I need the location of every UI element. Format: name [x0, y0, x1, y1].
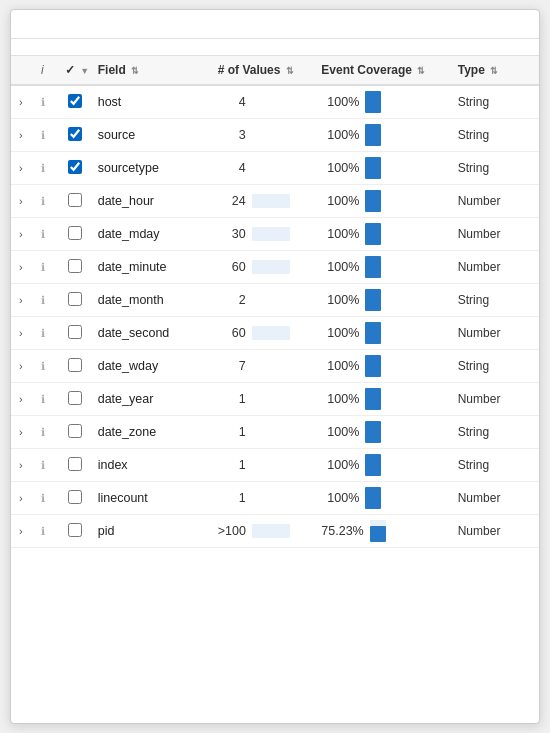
row-info: ℹ [35, 416, 59, 449]
row-checkbox[interactable] [68, 457, 82, 471]
info-icon: ℹ [41, 459, 45, 471]
expand-icon[interactable]: › [17, 426, 25, 438]
row-checkbox-cell[interactable] [59, 317, 92, 350]
field-sort-icon: ⇅ [131, 66, 139, 76]
row-checkbox[interactable] [68, 226, 82, 240]
row-coverage: 100% [315, 85, 451, 119]
expand-icon[interactable]: › [17, 525, 25, 537]
expand-icon[interactable]: › [17, 228, 25, 240]
row-checkbox[interactable] [68, 292, 82, 306]
row-info: ℹ [35, 350, 59, 383]
th-type[interactable]: Type ⇅ [452, 56, 539, 85]
row-checkbox[interactable] [68, 424, 82, 438]
row-expand-btn[interactable]: › [11, 218, 35, 251]
expand-icon[interactable]: › [17, 393, 25, 405]
row-checkbox[interactable] [68, 94, 82, 108]
row-checkbox-cell[interactable] [59, 350, 92, 383]
info-icon: ℹ [41, 129, 45, 141]
table-container[interactable]: i ✓ ▼ Field ⇅ # of Values ⇅ Event Covera… [11, 56, 539, 723]
coverage-bar [365, 190, 381, 212]
row-field-name: date_zone [92, 416, 212, 449]
table-row: ›ℹdate_minute60 100% Number [11, 251, 539, 284]
row-checkbox-cell[interactable] [59, 515, 92, 548]
row-checkbox-cell[interactable] [59, 152, 92, 185]
row-coverage: 100% [315, 350, 451, 383]
info-icon: ℹ [41, 195, 45, 207]
row-type: Number [452, 383, 539, 416]
row-values: 1 [212, 416, 316, 449]
row-coverage: 100% [315, 218, 451, 251]
expand-icon[interactable]: › [17, 492, 25, 504]
th-check[interactable]: ✓ ▼ [59, 56, 92, 85]
row-field-name: host [92, 85, 212, 119]
row-expand-btn[interactable]: › [11, 119, 35, 152]
row-values: 4 [212, 152, 316, 185]
row-type: String [452, 284, 539, 317]
row-expand-btn[interactable]: › [11, 416, 35, 449]
row-info: ℹ [35, 482, 59, 515]
row-checkbox[interactable] [68, 358, 82, 372]
row-checkbox-cell[interactable] [59, 119, 92, 152]
row-expand-btn[interactable]: › [11, 152, 35, 185]
expand-icon[interactable]: › [17, 162, 25, 174]
expand-icon[interactable]: › [17, 294, 25, 306]
row-checkbox-cell[interactable] [59, 185, 92, 218]
row-coverage: 75.23% [315, 515, 451, 548]
row-type: String [452, 350, 539, 383]
row-field-name: source [92, 119, 212, 152]
expand-icon[interactable]: › [17, 195, 25, 207]
th-coverage[interactable]: Event Coverage ⇅ [315, 56, 451, 85]
expand-icon[interactable]: › [17, 459, 25, 471]
row-checkbox[interactable] [68, 127, 82, 141]
row-expand-btn[interactable]: › [11, 449, 35, 482]
row-checkbox-cell[interactable] [59, 383, 92, 416]
table-row: ›ℹdate_hour24 100% Number [11, 185, 539, 218]
row-expand-btn[interactable]: › [11, 284, 35, 317]
coverage-bar [365, 91, 381, 113]
expand-icon[interactable]: › [17, 327, 25, 339]
row-coverage: 100% [315, 416, 451, 449]
row-checkbox-cell[interactable] [59, 218, 92, 251]
row-type: Number [452, 515, 539, 548]
expand-icon[interactable]: › [17, 129, 25, 141]
row-field-name: date_mday [92, 218, 212, 251]
row-checkbox[interactable] [68, 490, 82, 504]
info-icon: ℹ [41, 525, 45, 537]
row-checkbox-cell[interactable] [59, 85, 92, 119]
row-checkbox[interactable] [68, 193, 82, 207]
coverage-bar [365, 289, 381, 311]
row-checkbox-cell[interactable] [59, 284, 92, 317]
row-expand-btn[interactable]: › [11, 350, 35, 383]
row-checkbox[interactable] [68, 160, 82, 174]
select-fields-modal: i ✓ ▼ Field ⇅ # of Values ⇅ Event Covera… [10, 9, 540, 724]
row-expand-btn[interactable]: › [11, 251, 35, 284]
row-type: Number [452, 317, 539, 350]
row-expand-btn[interactable]: › [11, 85, 35, 119]
row-checkbox-cell[interactable] [59, 449, 92, 482]
close-button[interactable] [511, 24, 523, 28]
row-expand-btn[interactable]: › [11, 515, 35, 548]
row-checkbox[interactable] [68, 259, 82, 273]
row-checkbox-cell[interactable] [59, 416, 92, 449]
row-checkbox[interactable] [68, 523, 82, 537]
info-icon: ℹ [41, 162, 45, 174]
th-field[interactable]: Field ⇅ [92, 56, 212, 85]
row-field-name: date_year [92, 383, 212, 416]
row-checkbox[interactable] [68, 325, 82, 339]
row-checkbox-cell[interactable] [59, 251, 92, 284]
expand-icon[interactable]: › [17, 96, 25, 108]
table-row: ›ℹdate_zone1 100% String [11, 416, 539, 449]
row-expand-btn[interactable]: › [11, 185, 35, 218]
row-expand-btn[interactable]: › [11, 317, 35, 350]
th-values[interactable]: # of Values ⇅ [212, 56, 316, 85]
row-expand-btn[interactable]: › [11, 383, 35, 416]
info-icon: ℹ [41, 426, 45, 438]
coverage-bar [365, 454, 381, 476]
row-checkbox-cell[interactable] [59, 482, 92, 515]
row-checkbox[interactable] [68, 391, 82, 405]
expand-icon[interactable]: › [17, 360, 25, 372]
coverage-bar [365, 487, 381, 509]
expand-icon[interactable]: › [17, 261, 25, 273]
row-field-name: index [92, 449, 212, 482]
row-expand-btn[interactable]: › [11, 482, 35, 515]
